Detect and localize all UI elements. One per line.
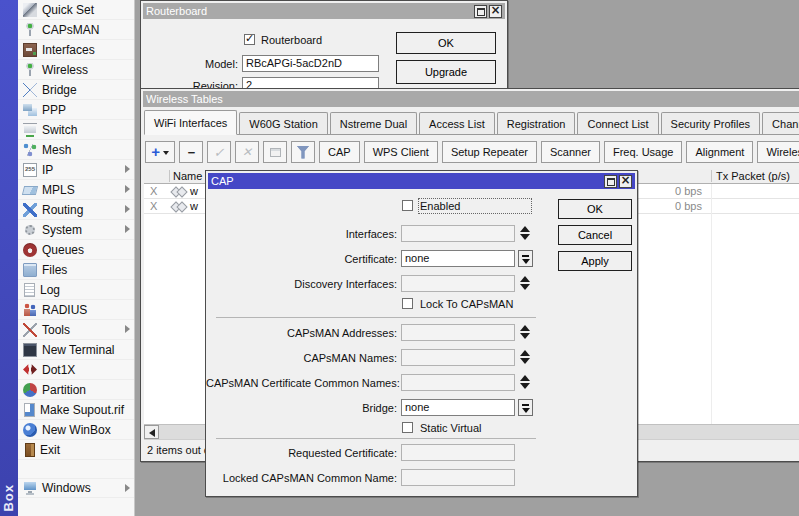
sidebar-item-wireless[interactable]: Wireless — [18, 60, 134, 80]
wireless-tables-titlebar[interactable]: Wireless Tables — [143, 91, 799, 107]
cancel-button[interactable]: Cancel — [558, 225, 632, 245]
sidebar: Quick Set CAPsMAN Interfaces Wireless Br… — [18, 0, 135, 516]
sidebar-item-exit[interactable]: Exit — [18, 440, 134, 460]
sidebar-item-ip[interactable]: 255IP — [18, 160, 134, 180]
sidebar-item-log[interactable]: Log — [18, 280, 134, 300]
sidebar-item-interfaces[interactable]: Interfaces — [18, 40, 134, 60]
close-button[interactable] — [489, 5, 502, 18]
sidebar-item-tools[interactable]: Tools — [18, 320, 134, 340]
switch-icon — [23, 123, 37, 137]
remove-button[interactable]: − — [179, 141, 203, 163]
routerboard-checkbox[interactable] — [244, 34, 255, 45]
ppp-monitors-icon — [23, 103, 37, 117]
sidebar-item-ppp[interactable]: PPP — [18, 100, 134, 120]
enable-button[interactable]: ✓ — [207, 141, 231, 163]
sidebar-item-routing[interactable]: Routing — [18, 200, 134, 220]
sidebar-item-capsman[interactable]: CAPsMAN — [18, 20, 134, 40]
discovery-interfaces-label: Discovery Interfaces: — [206, 278, 397, 290]
cap-button[interactable]: CAP — [319, 141, 360, 163]
tx-packet-column-header[interactable]: Tx Packet (p/s) — [716, 169, 790, 184]
supout-file-icon — [24, 403, 35, 417]
locked-capsman-common-name-field — [401, 469, 515, 486]
bridge-field[interactable]: none — [401, 399, 515, 416]
sidebar-item-label: Partition — [42, 383, 86, 397]
wireless-interface-icon — [172, 187, 186, 196]
capsman-names-label: CAPsMAN Names: — [206, 352, 397, 364]
column-divider[interactable] — [169, 170, 170, 182]
column-divider[interactable] — [711, 170, 712, 182]
freq-usage-button[interactable]: Freq. Usage — [604, 141, 683, 163]
sidebar-item-bridge[interactable]: Bridge — [18, 80, 134, 100]
maximize-button[interactable] — [474, 5, 487, 18]
capsman-cert-common-names-spinner[interactable] — [520, 374, 531, 390]
sidebar-item-label: Tools — [42, 323, 70, 337]
sidebar-item-quick-set[interactable]: Quick Set — [18, 0, 134, 20]
tab-w60g-station[interactable]: W60G Station — [239, 112, 327, 134]
sidebar-item-new-terminal[interactable]: New Terminal — [18, 340, 134, 360]
setup-repeater-button[interactable]: Setup Repeater — [442, 141, 537, 163]
tab-channels[interactable]: Channels — [762, 112, 799, 134]
comment-button[interactable] — [263, 141, 287, 163]
sidebar-item-new-winbox[interactable]: New WinBox — [18, 420, 134, 440]
tab-wifi-interfaces[interactable]: WiFi Interfaces — [144, 110, 237, 135]
sidebar-item-system[interactable]: System — [18, 220, 134, 240]
scanner-button[interactable]: Scanner — [541, 141, 600, 163]
brand-text: Box — [1, 484, 16, 512]
capsman-addresses-spinner[interactable] — [520, 324, 531, 340]
tab-nstreme-dual[interactable]: Nstreme Dual — [330, 112, 417, 134]
bridge-dropdown-button[interactable] — [518, 399, 533, 416]
sidebar-item-make-supout-rif[interactable]: Make Supout.rif — [18, 400, 134, 420]
row-name: w — [190, 199, 198, 213]
sidebar-item-files[interactable]: Files — [18, 260, 134, 280]
sidebar-item-switch[interactable]: Switch — [18, 120, 134, 140]
routing-arrows-icon — [23, 203, 37, 217]
ok-button[interactable]: OK — [558, 199, 632, 219]
filter-button[interactable] — [291, 141, 315, 163]
requested-certificate-label: Requested Certificate: — [206, 447, 397, 459]
routerboard-titlebar[interactable]: Routerboard — [143, 3, 505, 19]
sidebar-item-mpls[interactable]: MPLS — [18, 180, 134, 200]
sidebar-item-mesh[interactable]: Mesh — [18, 140, 134, 160]
enabled-checkbox[interactable] — [402, 200, 413, 211]
tab-security-profiles[interactable]: Security Profiles — [661, 112, 760, 134]
wireless-tabs: WiFi Interfaces W60G Station Nstreme Dua… — [144, 109, 799, 135]
certificate-dropdown-button[interactable] — [518, 250, 533, 267]
enabled-checkbox-label: Enabled — [420, 200, 530, 212]
routerboard-checkbox-label: Routerboard — [261, 34, 322, 46]
static-virtual-checkbox[interactable] — [402, 422, 413, 433]
funnel-icon — [297, 146, 310, 159]
sidebar-item-dot1x[interactable]: Dot1X — [18, 360, 134, 380]
wireless-sniffer-button[interactable]: Wireless Sn — [757, 141, 799, 163]
sidebar-item-label: Wireless — [42, 63, 88, 77]
sidebar-item-label: Make Supout.rif — [40, 403, 124, 417]
sidebar-item-queues[interactable]: Queues — [18, 240, 134, 260]
locked-capsman-common-name-label: Locked CAPsMAN Common Name: — [206, 472, 397, 484]
caret-down-icon — [163, 151, 169, 158]
apply-button[interactable]: Apply — [558, 251, 632, 271]
tab-connect-list[interactable]: Connect List — [577, 112, 658, 134]
capsman-antenna-icon — [23, 23, 37, 37]
alignment-button[interactable]: Alignment — [686, 141, 753, 163]
sidebar-item-radius[interactable]: RADIUS — [18, 300, 134, 320]
add-button[interactable]: + — [145, 141, 175, 163]
interfaces-spinner[interactable] — [520, 225, 531, 241]
maximize-button[interactable] — [604, 175, 617, 188]
tab-access-list[interactable]: Access List — [419, 112, 495, 134]
scroll-left-arrow-icon[interactable] — [144, 425, 159, 439]
ok-button[interactable]: OK — [396, 32, 496, 54]
close-button[interactable] — [619, 175, 632, 188]
capsman-names-spinner[interactable] — [520, 349, 531, 365]
lock-to-capsman-checkbox[interactable] — [402, 298, 413, 309]
upgrade-button[interactable]: Upgrade — [396, 60, 496, 84]
name-column-header[interactable]: Name — [173, 169, 202, 184]
certificate-field[interactable]: none — [401, 250, 515, 267]
bridge-arrows-icon — [23, 83, 37, 97]
tab-registration[interactable]: Registration — [497, 112, 576, 134]
disable-button[interactable]: ✕ — [235, 141, 259, 163]
sidebar-item-windows[interactable]: Windows — [18, 478, 134, 498]
interfaces-field — [401, 225, 515, 242]
wps-client-button[interactable]: WPS Client — [364, 141, 438, 163]
sidebar-item-partition[interactable]: Partition — [18, 380, 134, 400]
discovery-interfaces-spinner[interactable] — [520, 275, 531, 291]
cap-dialog-titlebar[interactable]: CAP — [208, 173, 635, 189]
